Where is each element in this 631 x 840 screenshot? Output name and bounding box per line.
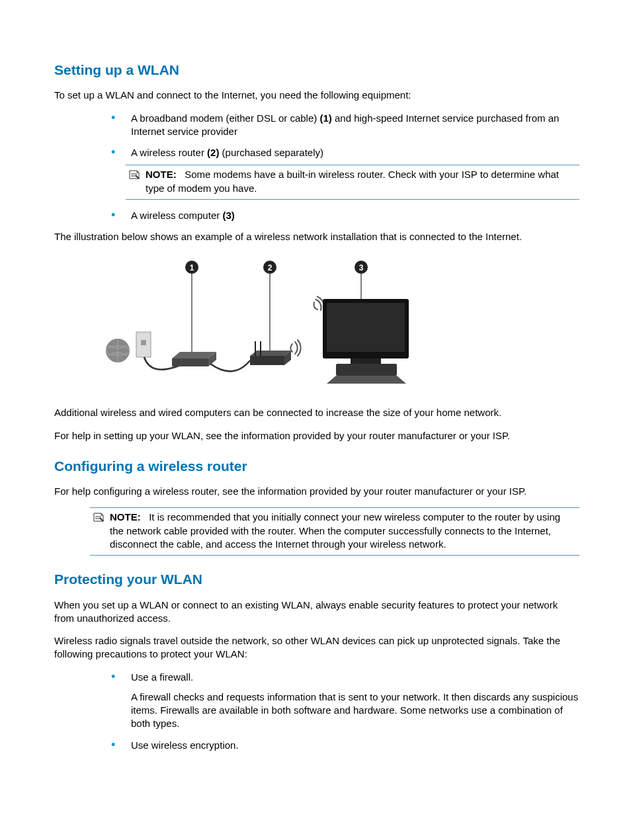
callout-number: (3) xyxy=(222,210,234,221)
heading-setting-up-wlan: Setting up a WLAN xyxy=(54,61,579,79)
note-body: It is recommended that you initially con… xyxy=(110,511,560,550)
paragraph: For help configuring a wireless router, … xyxy=(54,485,579,498)
note-box: NOTE: It is recommended that you initial… xyxy=(90,507,579,556)
note-body: Some modems have a built-in wireless rou… xyxy=(146,169,559,193)
equipment-list: A broadband modem (either DSL or cable) … xyxy=(105,112,579,223)
svg-rect-20 xyxy=(336,364,397,376)
note-text: NOTE: It is recommended that you initial… xyxy=(110,511,577,551)
intro-paragraph: To set up a WLAN and connect to the Inte… xyxy=(54,89,579,102)
list-item-text: A wireless computer xyxy=(131,210,222,221)
note-label: NOTE: xyxy=(110,511,141,523)
svg-rect-12 xyxy=(141,340,146,345)
callout-number: (2) xyxy=(207,147,219,158)
paragraph: When you set up a WLAN or connect to an … xyxy=(54,599,579,626)
list-item-text: A wireless router xyxy=(131,147,207,158)
note-text: NOTE: Some modems have a built-in wirele… xyxy=(146,168,577,195)
note-label: NOTE: xyxy=(146,169,177,180)
svg-text:1: 1 xyxy=(190,263,194,273)
list-item: Use a firewall. A firewall checks and re… xyxy=(105,671,579,731)
note-icon xyxy=(128,169,140,181)
list-item-text: A broadband modem (either DSL or cable) xyxy=(131,112,319,124)
list-item: A broadband modem (either DSL or cable) … xyxy=(105,112,579,139)
note-box: NOTE: Some modems have a built-in wirele… xyxy=(126,165,579,200)
list-item-text: (purchased separately) xyxy=(219,147,323,158)
paragraph: The illustration below shows an example … xyxy=(54,230,579,243)
heading-protecting-wlan: Protecting your WLAN xyxy=(54,570,579,589)
callout-number: (1) xyxy=(319,112,331,124)
paragraph: Wireless radio signals travel outside th… xyxy=(54,634,579,661)
list-item-text: Use a firewall. xyxy=(131,671,193,683)
network-diagram: 1 2 3 xyxy=(105,253,435,392)
heading-configuring-router: Configuring a wireless router xyxy=(54,457,579,476)
svg-rect-13 xyxy=(172,358,208,366)
list-item-text: Use wireless encryption. xyxy=(131,739,239,751)
note-icon xyxy=(93,511,105,523)
list-item: A wireless computer (3) xyxy=(105,209,579,222)
paragraph: Additional wireless and wired computers … xyxy=(54,406,579,419)
svg-rect-14 xyxy=(250,356,284,365)
svg-rect-19 xyxy=(351,358,381,364)
page-content: Setting up a WLAN To set up a WLAN and c… xyxy=(0,0,631,840)
list-item: Use wireless encryption. xyxy=(105,739,579,752)
list-item-sub: A firewall checks and requests informati… xyxy=(131,691,579,731)
svg-text:2: 2 xyxy=(268,263,273,273)
list-item: A wireless router (2) (purchased separat… xyxy=(105,146,579,200)
paragraph: For help in setting up your WLAN, see th… xyxy=(54,429,579,442)
precautions-list: Use a firewall. A firewall checks and re… xyxy=(105,671,579,752)
svg-rect-18 xyxy=(327,303,405,352)
svg-text:3: 3 xyxy=(359,263,364,273)
